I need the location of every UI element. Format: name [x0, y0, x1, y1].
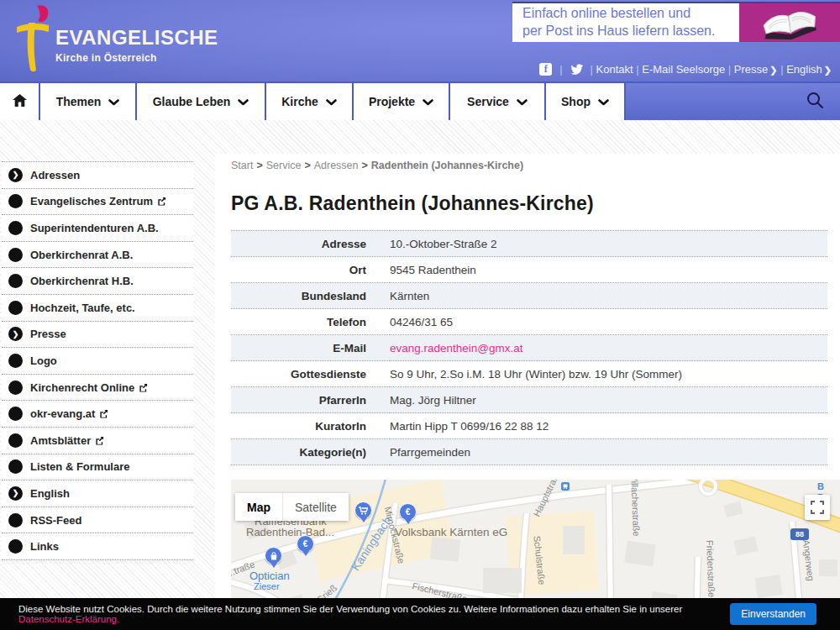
meta-link-presse[interactable]: Presse — [734, 63, 768, 76]
meta-nav: f | | Kontakt | E-Mail Seelsorge | Press… — [539, 63, 832, 76]
sidebar-item-presse[interactable]: ❯Presse — [2, 321, 193, 348]
detail-label: Ort — [231, 257, 390, 283]
breadcrumb-link-start[interactable]: Start — [231, 160, 253, 171]
sidebar-item-logo[interactable]: Logo — [2, 347, 193, 374]
dot-circle-icon — [8, 407, 23, 421]
detail-row-telefon: Telefon04246/31 65 — [231, 309, 827, 335]
bus-stop-icon[interactable] — [561, 482, 570, 491]
chevron-down-icon — [423, 95, 433, 108]
sidebar-item-hochzeit-taufe-etc[interactable]: Hochzeit, Taufe, etc. — [2, 294, 193, 321]
dot-circle-icon — [8, 248, 23, 262]
meta-link-kontakt[interactable]: Kontakt — [596, 63, 633, 76]
detail-value: So 9 Uhr, 2.So i.M. 18 Uhr (Winter) bzw.… — [390, 361, 827, 387]
map-building — [624, 541, 655, 566]
dot-circle-icon — [8, 301, 23, 315]
dot-circle-icon — [8, 194, 23, 208]
sidebar-item-okr-evang-at[interactable]: okr-evang.at — [2, 400, 193, 427]
detail-value: 04246/31 65 — [390, 309, 827, 335]
privacy-policy-link[interactable]: Datenschutz-Erklärung. — [18, 614, 119, 624]
detail-value: 10.-Oktober-Straße 2 — [390, 231, 827, 257]
chevron-down-icon — [238, 95, 249, 108]
dot-circle-icon — [8, 274, 23, 288]
breadcrumb-current: Radenthein (Johannes-Kirche) — [371, 160, 523, 171]
nav-item-projekte[interactable]: Projekte — [354, 83, 450, 120]
chevron-down-icon — [326, 95, 337, 108]
cookie-accept-button[interactable]: Einverstanden — [730, 603, 816, 625]
breadcrumb-link-service[interactable]: Service — [266, 160, 302, 171]
logo-subtitle: Kirche in Österreich — [55, 52, 218, 64]
ad-line1: Einfach online bestellen und — [522, 5, 739, 23]
external-link-icon — [99, 409, 108, 418]
sidebar-item-links[interactable]: Links — [2, 533, 193, 559]
map-pin-euro-icon[interactable]: € — [297, 535, 314, 553]
detail-label: Bundesland — [231, 283, 390, 309]
dot-circle-icon — [8, 539, 23, 554]
sidebar-item-amtsbl-tter[interactable]: Amtsblätter — [2, 427, 193, 454]
dot-circle-icon — [8, 459, 23, 474]
chevron-right-icon: ❯ — [769, 65, 777, 75]
detail-label: E-Mail — [231, 335, 390, 361]
twitter-icon[interactable] — [570, 63, 583, 76]
meta-link-english[interactable]: English — [786, 63, 822, 76]
chevron-right-icon: ❯ — [824, 65, 832, 75]
sidebar-item-rss-feed[interactable]: RSS-Feed — [2, 507, 193, 533]
sidebar-item-listen-formulare[interactable]: Listen & Formulare — [2, 454, 193, 480]
map-pin-cart-icon[interactable] — [354, 501, 372, 519]
satellite-button[interactable]: Satellite — [282, 493, 349, 521]
facebook-icon[interactable]: f — [539, 63, 552, 76]
church-cross-icon — [12, 4, 50, 76]
email-link[interactable]: evang.radenthein@gmx.at — [390, 342, 523, 354]
detail-label: Kategorie(n) — [231, 439, 390, 465]
dot-circle-icon — [8, 221, 23, 235]
sidebar-item-kirchenrecht-online[interactable]: Kirchenrecht Online — [2, 374, 193, 401]
breadcrumb: Start>Service>Adressen>Radenthein (Johan… — [231, 154, 827, 171]
label-volksbank: Volksbank Kärnten eG — [395, 526, 507, 539]
dot-circle-icon — [8, 354, 23, 368]
map-button[interactable]: Map — [235, 493, 282, 521]
map-building — [483, 568, 522, 593]
site-logo[interactable]: EVANGELISCHE Kirche in Österreich — [12, 4, 218, 76]
detail-value: Kärnten — [390, 283, 827, 309]
map-pin-bag-icon[interactable] — [265, 547, 282, 564]
chevron-circle-icon: ❯ — [8, 168, 23, 182]
external-link-icon — [157, 197, 166, 206]
logo-title: EVANGELISCHE — [55, 28, 218, 48]
sidebar-item-evangelisches-zentrum[interactable]: Evangelisches Zentrum — [2, 188, 193, 215]
nav-item-glaube-leben[interactable]: Glaube Leben — [137, 83, 266, 120]
detail-row-e-mail: E-Mailevang.radenthein@gmx.at — [231, 335, 827, 361]
cookie-banner: Diese Website nutzt Cookies. Durch die w… — [0, 598, 840, 630]
external-link-icon — [139, 383, 148, 392]
breadcrumb-link-adressen[interactable]: Adressen — [314, 160, 359, 171]
chevron-circle-icon: ❯ — [8, 327, 23, 341]
detail-label: Adresse — [231, 231, 390, 257]
main-nav: ThemenGlaube LebenKircheProjekteServiceS… — [0, 81, 840, 120]
meta-link-e-mail-seelsorge[interactable]: E-Mail Seelsorge — [642, 63, 725, 76]
map-building — [563, 526, 585, 554]
detail-value: Pfarrgemeinden — [390, 439, 827, 465]
nav-item-service[interactable]: Service — [450, 83, 546, 120]
detail-row-gottesdienste: GottesdiensteSo 9 Uhr, 2.So i.M. 18 Uhr … — [231, 361, 827, 387]
chevron-circle-icon: ❯ — [8, 486, 23, 501]
nav-item-shop[interactable]: Shop — [546, 83, 626, 120]
shop-ad-banner[interactable]: Einfach online bestellen und per Post in… — [512, 2, 840, 42]
fullscreen-button[interactable] — [805, 495, 830, 520]
sidebar-item-adressen[interactable]: ❯Adressen — [2, 161, 193, 188]
sidebar-item-english[interactable]: ❯English — [2, 480, 193, 507]
map-building — [754, 575, 782, 598]
detail-row-adresse: Adresse10.-Oktober-Straße 2 — [231, 231, 827, 257]
dot-circle-icon — [8, 433, 23, 448]
external-link-icon — [95, 436, 104, 445]
details-table: Adresse10.-Oktober-Straße 2Ort9545 Raden… — [231, 230, 827, 465]
sidebar-item-oberkirchenrat-h-b[interactable]: Oberkirchenrat H.B. — [2, 267, 193, 294]
detail-row-kuratorin: KuratorInMartin Hipp T 0699/16 22 88 12 — [231, 413, 827, 439]
home-button[interactable] — [0, 83, 40, 120]
detail-label: PfarrerIn — [231, 387, 390, 413]
sidebar-item-oberkirchenrat-a-b[interactable]: Oberkirchenrat A.B. — [2, 241, 193, 268]
nav-item-themen[interactable]: Themen — [40, 83, 137, 120]
map-pin-euro-icon[interactable]: € — [399, 503, 417, 521]
main-panel: Start>Service>Adressen>Radenthein (Johan… — [215, 154, 840, 630]
search-button[interactable] — [790, 83, 840, 120]
fullscreen-icon — [811, 501, 824, 514]
sidebar-item-superintendenturen-a-b[interactable]: Superintendenturen A.B. — [2, 214, 193, 241]
nav-item-kirche[interactable]: Kirche — [266, 83, 354, 120]
